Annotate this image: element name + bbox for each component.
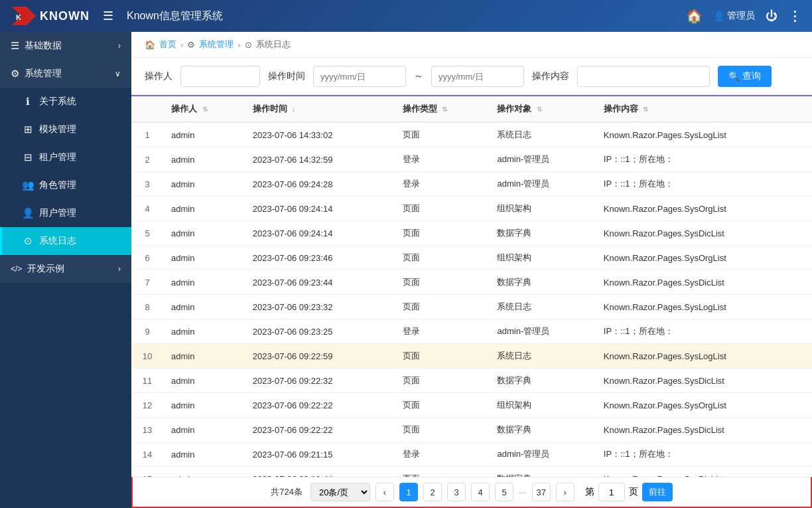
cell-no: 9: [131, 319, 163, 344]
page-3-button[interactable]: 3: [447, 483, 466, 501]
sidebar-item-dev-example[interactable]: </> 开发示例 ›: [0, 255, 131, 283]
sidebar-item-about-sys[interactable]: ℹ 关于系统: [0, 88, 131, 116]
page-size-select[interactable]: 10条/页 20条/页 50条/页 100条/页: [310, 483, 370, 501]
col-type[interactable]: 操作类型 ⇅: [395, 96, 490, 122]
cell-type: 页面: [395, 393, 490, 418]
content-input[interactable]: [577, 66, 710, 87]
cell-target: 系统日志: [489, 122, 595, 147]
table-row[interactable]: 13 admin 2023-07-06 09:22:22 页面 数据字典 Kno…: [131, 418, 812, 442]
content-label: 操作内容: [532, 70, 569, 82]
cell-time: 2023-07-06 09:21:15: [245, 442, 395, 467]
cell-content: IP：::1；所在地：: [596, 319, 812, 344]
cell-type: 登录: [395, 442, 490, 467]
query-button[interactable]: 🔍 查询: [718, 66, 772, 87]
cell-time: 2023-07-06 09:19:44: [245, 467, 395, 477]
table-row[interactable]: 3 admin 2023-07-06 09:24:28 登录 admin-管理员…: [131, 172, 812, 197]
cell-type: 页面: [395, 344, 490, 369]
operator-input[interactable]: [180, 66, 260, 87]
operator-label: 操作人: [145, 70, 172, 82]
cell-operator: admin: [163, 270, 245, 295]
cell-content: IP：::1；所在地：: [596, 442, 812, 467]
goto-page-unit: 页: [629, 486, 638, 498]
home-icon[interactable]: 🏠: [686, 8, 703, 24]
cell-type: 页面: [395, 295, 490, 319]
table-row[interactable]: 15 admin 2023-07-06 09:19:44 页面 数据字典 Kno…: [131, 467, 812, 477]
cell-operator: admin: [163, 221, 245, 246]
hamburger-icon[interactable]: ☰: [98, 6, 119, 26]
log-icon: ⊙: [22, 235, 34, 247]
goto-button[interactable]: 前往: [642, 483, 673, 501]
cell-operator: admin: [163, 393, 245, 418]
col-operator[interactable]: 操作人 ⇅: [163, 96, 245, 122]
date-start-input[interactable]: [313, 66, 406, 87]
database-icon: ☰: [11, 40, 19, 52]
sidebar-item-user-mgmt[interactable]: 👤 用户管理: [0, 199, 131, 227]
sort-type-icon: ⇅: [442, 106, 447, 113]
table-container: 操作人 ⇅ 操作时间 ↓ 操作类型 ⇅ 操作对象 ⇅ 操作内容 ⇅: [131, 96, 812, 477]
main-content: 🏠 首页 › ⚙ 系统管理 › ⊙ 系统日志 操作人 操作时间 ～ 操作内容 🔍…: [131, 32, 812, 508]
next-page-button[interactable]: ›: [556, 483, 575, 501]
table-row[interactable]: 4 admin 2023-07-06 09:24:14 页面 组织架构 Know…: [131, 197, 812, 221]
table-row[interactable]: 8 admin 2023-07-06 09:23:32 页面 系统日志 Know…: [131, 295, 812, 319]
logo-text: KNOWN: [40, 9, 90, 23]
col-content[interactable]: 操作内容 ⇅: [596, 96, 812, 122]
cell-operator: admin: [163, 197, 245, 221]
sidebar-item-tenant-mgmt[interactable]: ⊟ 租户管理: [0, 143, 131, 171]
logo: K KNOWN: [11, 7, 90, 25]
cell-no: 14: [131, 442, 163, 467]
table-row[interactable]: 11 admin 2023-07-06 09:22:32 页面 数据字典 Kno…: [131, 369, 812, 393]
cell-operator: admin: [163, 295, 245, 319]
more-icon[interactable]: ⋮: [788, 8, 801, 24]
breadcrumb-log-icon: ⊙: [245, 40, 252, 50]
col-time[interactable]: 操作时间 ↓: [245, 96, 395, 122]
cell-target: 组织架构: [489, 197, 595, 221]
table-row[interactable]: 10 admin 2023-07-06 09:22:59 页面 系统日志 Kno…: [131, 344, 812, 369]
sidebar-item-module-mgmt[interactable]: ⊞ 模块管理: [0, 116, 131, 143]
table-row[interactable]: 12 admin 2023-07-06 09:22:22 页面 组织架构 Kno…: [131, 393, 812, 418]
cell-content: Known.Razor.Pages.SysDicList: [596, 270, 812, 295]
table-row[interactable]: 2 admin 2023-07-06 14:32:59 登录 admin-管理员…: [131, 147, 812, 172]
date-end-input[interactable]: [431, 66, 524, 87]
cell-time: 2023-07-06 14:33:02: [245, 122, 395, 147]
table-row[interactable]: 1 admin 2023-07-06 14:33:02 页面 系统日志 Know…: [131, 122, 812, 147]
breadcrumb-home[interactable]: 首页: [159, 39, 176, 50]
col-target[interactable]: 操作对象 ⇅: [489, 96, 595, 122]
page-1-button[interactable]: 1: [399, 483, 418, 501]
cell-type: 登录: [395, 147, 490, 172]
svg-text:K: K: [16, 13, 21, 21]
cell-operator: admin: [163, 369, 245, 393]
cell-time: 2023-07-06 09:24:28: [245, 172, 395, 197]
page-4-button[interactable]: 4: [471, 483, 490, 501]
sidebar-item-sys-management[interactable]: ⚙ 系统管理 ∨: [0, 60, 131, 88]
sidebar-item-role-mgmt[interactable]: 👥 角色管理: [0, 171, 131, 199]
cell-target: 数据字典: [489, 369, 595, 393]
cell-type: 页面: [395, 270, 490, 295]
table-row[interactable]: 9 admin 2023-07-06 09:23:25 登录 admin-管理员…: [131, 319, 812, 344]
user-info[interactable]: 👤 管理员: [713, 10, 755, 22]
cell-time: 2023-07-06 09:22:22: [245, 418, 395, 442]
cell-operator: admin: [163, 418, 245, 442]
cell-no: 8: [131, 295, 163, 319]
table-row[interactable]: 14 admin 2023-07-06 09:21:15 登录 admin-管理…: [131, 442, 812, 467]
sidebar-item-basic-data[interactable]: ☰ 基础数据 ›: [0, 32, 131, 60]
sidebar-item-sys-log[interactable]: ⊙ 系统日志: [0, 227, 131, 255]
sidebar-item-label: 基础数据: [25, 40, 118, 52]
breadcrumb-sys-mgmt[interactable]: 系统管理: [199, 39, 234, 50]
page-2-button[interactable]: 2: [423, 483, 442, 501]
prev-page-button[interactable]: ‹: [375, 483, 394, 501]
cell-target: 组织架构: [489, 246, 595, 270]
last-page-button[interactable]: 37: [532, 483, 551, 501]
sidebar-item-label: 开发示例: [27, 263, 118, 275]
goto-page-input[interactable]: [598, 483, 625, 501]
table-row[interactable]: 7 admin 2023-07-06 09:23:44 页面 数据字典 Know…: [131, 270, 812, 295]
cell-time: 2023-07-06 09:22:32: [245, 369, 395, 393]
breadcrumb-sys-mgmt-icon: ⚙: [187, 40, 195, 50]
page-5-button[interactable]: 5: [495, 483, 513, 501]
total-count: 共724条: [271, 486, 303, 498]
page-goto: 第 页 前往: [585, 483, 673, 501]
cell-target: 数据字典: [489, 221, 595, 246]
table-row[interactable]: 6 admin 2023-07-06 09:23:46 页面 组织架构 Know…: [131, 246, 812, 270]
power-icon[interactable]: ⏻: [766, 9, 778, 23]
gear-icon: ⚙: [11, 68, 19, 80]
table-row[interactable]: 5 admin 2023-07-06 09:24:14 页面 数据字典 Know…: [131, 221, 812, 246]
